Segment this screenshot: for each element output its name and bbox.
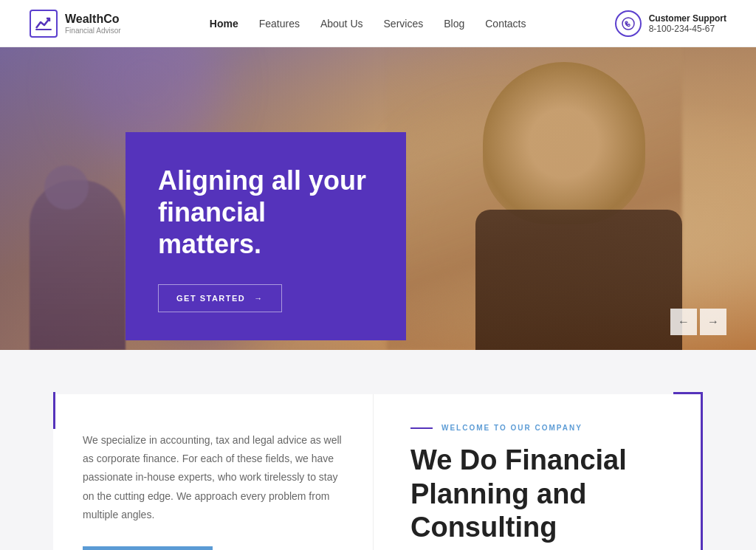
content-box: We specialize in accounting, tax and leg… bbox=[53, 394, 703, 550]
brand-tagline: Financial Advisor bbox=[65, 27, 121, 35]
svg-point-2 bbox=[622, 18, 634, 30]
intro-section: We specialize in accounting, tax and leg… bbox=[0, 350, 756, 550]
more-about-us-button[interactable]: MORE ABOUT US → bbox=[83, 546, 213, 550]
support-label: Customer Support bbox=[649, 13, 726, 24]
section-title: We Do Financial Planning and Consulting bbox=[410, 444, 671, 545]
welcome-line bbox=[410, 427, 433, 429]
support-contact: Customer Support 8-100-234-45-67 bbox=[649, 13, 726, 34]
nav-item-home[interactable]: Home bbox=[210, 18, 238, 30]
get-started-button[interactable]: GET STARTED → bbox=[158, 284, 282, 312]
nav-item-blog[interactable]: Blog bbox=[444, 18, 464, 30]
svg-rect-1 bbox=[35, 29, 52, 30]
nav-item-contacts[interactable]: Contacts bbox=[485, 18, 526, 30]
nav-item-services[interactable]: Services bbox=[384, 18, 424, 30]
content-left: We specialize in accounting, tax and leg… bbox=[53, 394, 374, 550]
logo-icon bbox=[30, 10, 58, 38]
hero-prev-button[interactable]: ← bbox=[670, 309, 697, 335]
get-started-label: GET STARTED bbox=[176, 294, 245, 303]
support-area: Customer Support 8-100-234-45-67 bbox=[615, 10, 726, 37]
nav-item-about[interactable]: About Us bbox=[320, 18, 363, 30]
nav-item-features[interactable]: Features bbox=[259, 18, 300, 30]
support-phone: 8-100-234-45-67 bbox=[649, 24, 726, 34]
face-right bbox=[483, 62, 645, 224]
welcome-text: WELCOME TO OUR COMPANY bbox=[441, 424, 583, 432]
brand-name: WealthCo bbox=[65, 12, 121, 26]
hero-nav-buttons: ← → bbox=[670, 309, 726, 335]
body-right bbox=[475, 210, 682, 350]
phone-icon bbox=[615, 10, 642, 37]
logo-area: WealthCo Financial Advisor bbox=[30, 10, 121, 38]
logo-text: WealthCo Financial Advisor bbox=[65, 12, 121, 34]
hero-card: Aligning all your financial matters. GET… bbox=[126, 132, 406, 340]
hero-section: Aligning all your financial matters. GET… bbox=[0, 47, 756, 350]
hero-title: Aligning all your financial matters. bbox=[158, 165, 374, 261]
hero-next-button[interactable]: → bbox=[700, 309, 726, 335]
main-nav: Home Features About Us Services Blog Con… bbox=[210, 18, 526, 30]
intro-description: We specialize in accounting, tax and leg… bbox=[83, 431, 343, 524]
head-left bbox=[44, 165, 89, 210]
content-right: WELCOME TO OUR COMPANY We Do Financial P… bbox=[374, 394, 701, 550]
arrow-icon: → bbox=[254, 294, 264, 303]
header: WealthCo Financial Advisor Home Features… bbox=[0, 0, 756, 47]
welcome-label-area: WELCOME TO OUR COMPANY bbox=[410, 424, 671, 432]
